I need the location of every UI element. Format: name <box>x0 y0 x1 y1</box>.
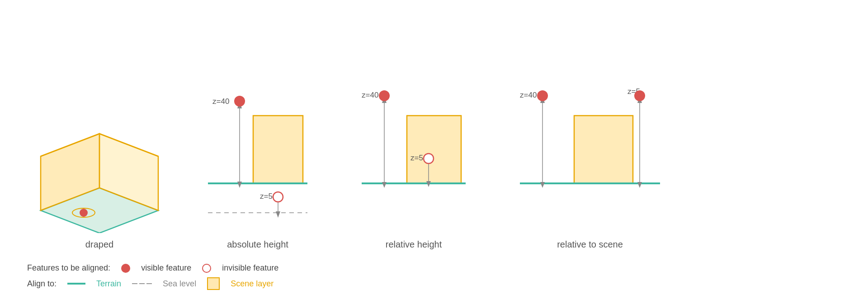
svg-marker-24 <box>382 182 387 188</box>
draped-svg <box>32 116 167 233</box>
invisible-feature-label: invisible feature <box>222 263 278 273</box>
scene-layer-icon <box>207 277 220 290</box>
svg-point-31 <box>424 154 434 164</box>
relative-height-svg: z=40 z=5 <box>362 89 466 233</box>
terrain-line-icon <box>67 283 85 285</box>
dash1 <box>132 283 137 284</box>
svg-marker-17 <box>276 211 280 218</box>
svg-marker-36 <box>540 182 545 188</box>
svg-point-38 <box>537 90 548 101</box>
svg-marker-12 <box>237 182 242 188</box>
diagrams-row: draped z=40 <box>0 0 868 259</box>
absolute-height-svg: z=40 z=5 <box>208 89 307 233</box>
dash3 <box>146 283 152 284</box>
svg-point-14 <box>234 96 245 107</box>
diagram-absolute-height: z=40 z=5 absolute height <box>208 89 307 250</box>
svg-text:z=5: z=5 <box>260 192 273 201</box>
svg-rect-7 <box>253 116 303 183</box>
sea-level-label: Sea level <box>163 279 196 289</box>
svg-point-43 <box>634 90 645 101</box>
visible-feature-label: visible feature <box>141 263 191 273</box>
svg-point-26 <box>379 90 390 101</box>
svg-marker-41 <box>637 182 642 188</box>
scene-layer-label: Scene layer <box>231 279 274 289</box>
relative-to-scene-svg: z=40 z=5 <box>520 89 660 233</box>
sea-level-icon <box>132 283 152 284</box>
svg-text:z=40: z=40 <box>520 91 537 99</box>
legend-row: Features to be aligned: visible feature … <box>0 259 868 299</box>
diagram-draped: draped <box>27 116 172 250</box>
dash2 <box>139 283 145 284</box>
draped-title: draped <box>85 239 113 250</box>
svg-point-19 <box>273 192 283 202</box>
svg-point-6 <box>80 209 88 217</box>
svg-rect-32 <box>574 116 633 183</box>
features-label: Features to be aligned: <box>27 263 110 273</box>
relative-to-scene-title: relative to scene <box>557 239 623 250</box>
svg-text:z=5: z=5 <box>410 154 423 162</box>
svg-rect-20 <box>407 116 461 183</box>
legend-features: Features to be aligned: visible feature … <box>27 263 841 273</box>
terrain-label: Terrain <box>96 279 121 289</box>
main-container: draped z=40 <box>0 0 868 299</box>
svg-text:z=40: z=40 <box>362 91 378 99</box>
invisible-feature-icon <box>202 264 211 273</box>
visible-feature-icon <box>121 264 130 273</box>
relative-height-title: relative height <box>386 239 442 250</box>
diagram-relative-height: z=40 z=5 relative height <box>362 89 466 250</box>
svg-text:z=40: z=40 <box>212 97 229 106</box>
align-label: Align to: <box>27 279 57 289</box>
legend-align: Align to: Terrain Sea level Scene layer <box>27 277 841 290</box>
absolute-height-title: absolute height <box>227 239 288 250</box>
diagram-relative-to-scene: z=40 z=5 relative to scene <box>520 89 660 250</box>
